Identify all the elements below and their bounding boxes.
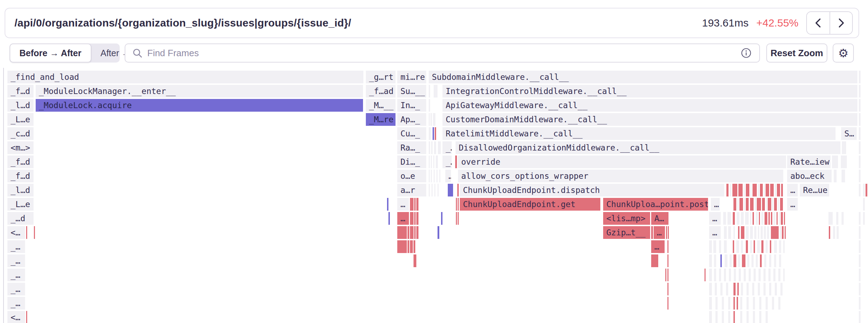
flame-frame-sliver[interactable] <box>738 184 743 196</box>
flame-frame-sliver[interactable] <box>754 240 755 253</box>
flame-frame-sliver[interactable] <box>772 198 773 211</box>
flame-frame-sliver[interactable] <box>755 198 756 211</box>
flame-frame-sliver[interactable] <box>715 297 718 310</box>
flame-frame-sliver[interactable] <box>733 297 735 310</box>
flame-frame-sliver[interactable] <box>752 283 754 295</box>
flame-frame-sliver[interactable] <box>724 269 726 281</box>
flame-frame-sliver[interactable] <box>759 311 761 323</box>
flame-frame-sliver[interactable] <box>859 269 861 281</box>
flame-frame-sliver[interactable] <box>747 283 749 295</box>
flame-frame-sliver[interactable] <box>436 155 438 168</box>
flame-frame-sliver[interactable] <box>429 141 430 154</box>
flame-frame-sliver[interactable] <box>773 269 775 281</box>
flame-frame-sliver[interactable] <box>429 127 431 140</box>
flame-frame-sliver[interactable] <box>769 283 771 295</box>
flame-frame[interactable]: DisallowedOrganizationMiddleware.__call_… <box>456 141 840 154</box>
flame-frame[interactable]: … <box>651 240 665 253</box>
flame-frame-sliver[interactable] <box>733 212 735 225</box>
flame-frame-sliver[interactable] <box>722 297 724 310</box>
flame-frame-sliver[interactable] <box>737 297 738 310</box>
flame-frame-sliver[interactable] <box>727 212 731 225</box>
flame-frame-sliver[interactable] <box>429 184 430 196</box>
flame-frame-sliver[interactable] <box>729 269 731 281</box>
flame-frame-sliver[interactable] <box>441 212 442 225</box>
flame-frame-sliver[interactable] <box>753 297 755 310</box>
flame-frame-sliver[interactable] <box>720 283 723 295</box>
flame-frame-sliver[interactable] <box>667 297 668 310</box>
flame-frame-sliver[interactable] <box>751 254 754 267</box>
flame-frame-sliver[interactable] <box>778 297 780 310</box>
flame-frame[interactable]: _c…d <box>7 127 34 140</box>
flame-frame-sliver[interactable] <box>720 254 722 267</box>
flame-frame-sliver[interactable] <box>750 226 753 239</box>
flame-frame-sliver[interactable] <box>740 297 742 310</box>
flame-frame[interactable]: <… <box>7 226 25 239</box>
flame-frame[interactable]: _M…__ <box>366 99 396 112</box>
flame-frame-sliver[interactable] <box>714 269 716 281</box>
flame-frame-sliver[interactable] <box>834 170 837 182</box>
flame-frame-sliver[interactable] <box>666 226 667 239</box>
flame-frame-sliver[interactable] <box>741 226 744 239</box>
flame-frame-sliver[interactable] <box>430 113 432 126</box>
flame-frame-sliver[interactable] <box>723 212 726 225</box>
flame-frame-sliver[interactable] <box>774 254 776 267</box>
flame-frame-sliver[interactable] <box>436 170 438 182</box>
flame-frame-sliver[interactable] <box>667 240 668 253</box>
flame-frame-sliver[interactable] <box>757 240 760 253</box>
flame-frame[interactable]: … <box>397 198 409 211</box>
flame-frame-sliver[interactable] <box>758 184 759 196</box>
flame-frame-sliver[interactable] <box>410 226 414 239</box>
flame-frame-sliver[interactable] <box>713 240 716 253</box>
flame-frame-sliver[interactable] <box>784 212 785 225</box>
flame-frame-sliver[interactable] <box>750 240 752 253</box>
flame-frame[interactable]: _l…d <box>7 99 34 112</box>
flame-frame-sliver[interactable] <box>769 254 771 267</box>
flame-frame-sliver[interactable] <box>434 184 435 196</box>
flame-frame-sliver[interactable] <box>728 311 730 323</box>
flame-frame[interactable]: _ModuleLock.acquire <box>36 99 363 112</box>
flame-frame-sliver[interactable] <box>719 240 721 253</box>
flame-frame[interactable]: _l…d <box>7 184 34 196</box>
flame-frame[interactable]: A… <box>651 212 668 225</box>
flame-frame-sliver[interactable] <box>859 240 861 253</box>
flame-frame-sliver[interactable] <box>759 212 760 225</box>
flame-frame-sliver[interactable] <box>728 297 730 310</box>
flame-frame-sliver[interactable] <box>780 226 781 239</box>
flame-frame-sliver[interactable] <box>744 184 745 196</box>
flame-frame-sliver[interactable] <box>756 212 758 225</box>
flame-frame-sliver[interactable] <box>774 240 777 253</box>
flame-frame-sliver[interactable] <box>746 226 749 239</box>
flame-frame[interactable]: mi…re <box>397 71 426 83</box>
flame-frame-sliver[interactable] <box>668 226 669 239</box>
flame-frame-sliver[interactable] <box>746 184 749 196</box>
flame-frame[interactable]: Su…__ <box>397 85 426 98</box>
flame-frame[interactable]: Re…ue <box>800 184 829 196</box>
flame-frame-sliver[interactable] <box>842 170 845 182</box>
flame-frame-sliver[interactable] <box>749 269 751 281</box>
flame-frame-sliver[interactable] <box>739 269 741 281</box>
flame-frame-sliver[interactable] <box>429 170 430 182</box>
flame-frame[interactable]: _… <box>442 155 452 168</box>
flame-frame-sliver[interactable] <box>704 269 706 281</box>
flame-frame[interactable]: _ModuleLockManager.__enter__ <box>36 85 363 98</box>
flame-frame[interactable]: ApiGatewayMiddleware.__call__ <box>442 99 857 112</box>
flame-frame-sliver[interactable] <box>431 155 432 168</box>
flame-frame-sliver[interactable] <box>456 198 457 211</box>
flame-frame[interactable]: … <box>709 226 721 239</box>
flame-frame-sliver[interactable] <box>397 240 407 253</box>
flame-frame-sliver[interactable] <box>750 184 751 196</box>
flame-frame-sliver[interactable] <box>714 254 716 267</box>
flame-frame-sliver[interactable] <box>433 155 434 168</box>
flame-frame-sliver[interactable] <box>825 170 827 182</box>
flame-frame-sliver[interactable] <box>859 283 861 295</box>
flame-frame-sliver[interactable] <box>768 198 771 211</box>
flame-frame-sliver[interactable] <box>779 240 781 253</box>
flame-frame-sliver[interactable] <box>728 226 731 239</box>
flame-frame-sliver[interactable] <box>765 212 767 225</box>
flame-frame-sliver[interactable] <box>741 283 743 295</box>
flame-frame-sliver[interactable] <box>774 198 777 211</box>
flame-frame-sliver[interactable] <box>667 283 668 295</box>
flame-frame-sliver[interactable] <box>832 155 838 168</box>
flame-frame-sliver[interactable] <box>859 226 861 239</box>
flame-frame-sliver[interactable] <box>414 212 416 225</box>
